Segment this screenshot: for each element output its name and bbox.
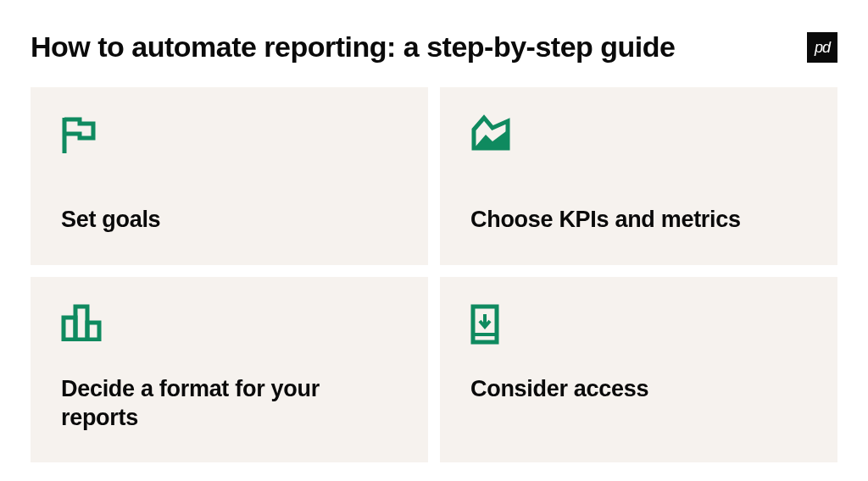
header: How to automate reporting: a step-by-ste… (31, 30, 837, 64)
mobile-download-icon (470, 304, 807, 346)
chart-area-icon (470, 114, 807, 157)
card-title: Decide a format for your reports (61, 375, 398, 433)
bar-chart-icon (61, 304, 398, 346)
card-title: Consider access (470, 375, 807, 404)
card-title: Choose KPIs and metrics (470, 206, 807, 235)
card-choose-kpis: Choose KPIs and metrics (440, 87, 837, 265)
card-consider-access: Consider access (440, 277, 837, 463)
card-grid: Set goals Choose KPIs and metrics Decide… (31, 87, 837, 462)
card-title: Set goals (61, 206, 398, 235)
card-set-goals: Set goals (31, 87, 428, 265)
flag-icon (61, 114, 398, 157)
brand-logo: pd (807, 32, 837, 63)
card-decide-format: Decide a format for your reports (31, 277, 428, 463)
brand-logo-text: pd (815, 39, 830, 57)
svg-rect-2 (87, 323, 99, 340)
page-title: How to automate reporting: a step-by-ste… (31, 30, 675, 64)
